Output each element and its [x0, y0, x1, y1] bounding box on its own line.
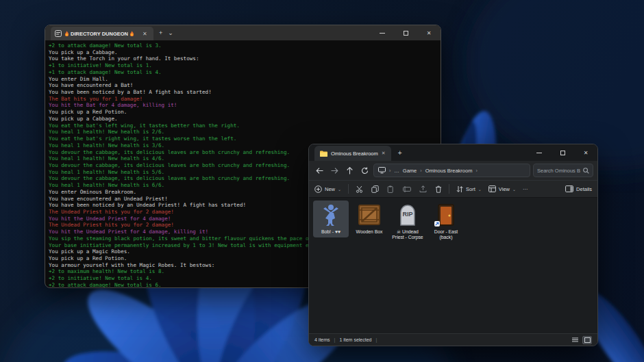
new-button[interactable]: New ⌄ — [314, 185, 341, 193]
search-input[interactable]: Search Ominous Breakroom — [533, 164, 593, 177]
explorer-close-button[interactable]: ✕ — [574, 144, 597, 161]
explorer-command-bar: New ⌄ — [309, 180, 597, 198]
view-button-label: View — [499, 186, 510, 192]
cut-icon[interactable] — [356, 185, 363, 193]
explorer-status-bar: 4 items | 1 item selected | — [309, 333, 597, 346]
terminal-close-button[interactable]: ✕ — [417, 25, 441, 40]
file-item-door-east[interactable]: Door - East (back) — [428, 201, 464, 243]
file-item-wooden-box[interactable]: Wooden Box — [351, 201, 387, 237]
status-divider: | — [375, 337, 377, 342]
this-pc-icon — [378, 167, 386, 174]
terminal-line: You heal 1 health! New health is 2/6. — [49, 129, 439, 135]
terminal-tab-close-button[interactable]: ✕ — [143, 31, 147, 37]
sort-button[interactable]: Sort ⌄ — [456, 185, 482, 193]
terminal-tab[interactable]: DIRECTORY DUNGEON ✕ — [51, 27, 153, 40]
terminal-line: The Bat hits you for 1 damage! — [49, 96, 439, 103]
terminal-tab-title: DIRECTORY DUNGEON — [64, 31, 134, 37]
delete-icon[interactable] — [435, 185, 442, 193]
tombstone-text: RIP — [402, 211, 412, 218]
terminal-minimize-button[interactable] — [371, 25, 394, 40]
sort-button-label: Sort — [466, 186, 475, 192]
breadcrumb-segment-game[interactable]: Game — [403, 168, 417, 174]
file-explorer-window: Ominous Breakroom ✕ + ✕ — [308, 144, 598, 346]
terminal-line: You pick up a Red Potion. — [49, 109, 439, 116]
folder-icon — [320, 151, 327, 157]
explorer-new-tab-button[interactable]: + — [398, 149, 402, 157]
file-label: Door - East (back) — [430, 229, 462, 240]
details-view-toggle[interactable] — [570, 336, 580, 344]
paste-icon[interactable] — [387, 185, 395, 193]
file-item-bob[interactable]: Bob! - ♥♥ — [313, 201, 349, 237]
sort-icon — [456, 185, 463, 193]
search-icon — [583, 168, 589, 174]
address-bar[interactable]: › … Game › Ominous Breakroom › — [373, 164, 530, 177]
flame-icon — [129, 31, 134, 37]
share-icon[interactable] — [419, 185, 427, 193]
back-button[interactable] — [313, 164, 325, 177]
terminal-line: You eat the bat's left wing, it tastes b… — [49, 122, 439, 129]
new-button-label: New — [325, 186, 335, 192]
terminal-line: +1 to attack damage! New total is 4. — [49, 69, 439, 76]
file-item-undead-priest-corpse[interactable]: RIP ☠ Undead Priest - Corpse — [390, 201, 425, 243]
chevron-down-icon: ⌄ — [338, 187, 341, 192]
desktop: DIRECTORY DUNGEON ✕ + ⌄ ✕ +2 to attack d… — [0, 0, 644, 362]
terminal-new-tab-button[interactable]: + — [159, 29, 162, 36]
explorer-minimize-button[interactable] — [528, 144, 551, 161]
person-icon — [321, 204, 341, 226]
terminal-titlebar[interactable]: DIRECTORY DUNGEON ✕ + ⌄ ✕ — [45, 25, 441, 40]
explorer-tab-close-button[interactable]: ✕ — [382, 151, 386, 156]
terminal-tab-dropdown-button[interactable]: ⌄ — [168, 29, 173, 36]
terminal-line: You pick up a Cabbage. — [49, 49, 439, 56]
door-icon — [438, 204, 454, 226]
file-label: Wooden Box — [356, 229, 383, 235]
file-label: ☠ Undead Priest - Corpse — [391, 229, 424, 240]
explorer-tab-title: Ominous Breakroom — [331, 151, 378, 157]
terminal-line: +1 to initiative! New total is 1. — [49, 62, 439, 69]
tombstone-icon: RIP — [398, 204, 417, 226]
details-pane-button[interactable]: Details — [565, 185, 592, 192]
explorer-file-list[interactable]: Bob! - ♥♥ Wooden Box — [309, 198, 597, 333]
breadcrumb-ellipsis[interactable]: … — [394, 168, 399, 174]
terminal-line: +2 to attack damage! New total is 3. — [49, 42, 439, 49]
breadcrumb-separator: › — [475, 168, 477, 173]
new-icon — [314, 185, 322, 193]
toolbar-divider — [449, 184, 449, 194]
explorer-tab[interactable]: Ominous Breakroom ✕ — [314, 146, 391, 161]
chevron-down-icon: ⌄ — [512, 187, 516, 192]
explorer-maximize-button[interactable] — [551, 144, 574, 161]
breadcrumb-separator: › — [389, 168, 391, 173]
view-icon — [488, 185, 496, 192]
selection-count: 1 item selected — [339, 337, 371, 342]
rename-icon[interactable] — [403, 185, 411, 193]
terminal-title-text: DIRECTORY DUNGEON — [71, 31, 128, 37]
terminal-maximize-button[interactable] — [394, 25, 417, 40]
terminal-tab-icon — [55, 30, 62, 37]
flame-icon — [64, 31, 69, 37]
refresh-button[interactable] — [358, 164, 371, 177]
crate-icon — [358, 205, 380, 225]
toolbar-divider — [348, 184, 349, 194]
thumbnail-view-toggle[interactable] — [582, 336, 592, 344]
chevron-down-icon: ⌄ — [478, 187, 482, 192]
terminal-line: You enter Dim Hall. — [49, 76, 439, 83]
status-divider: | — [334, 337, 336, 342]
view-button[interactable]: View ⌄ — [488, 185, 516, 192]
file-label: Bob! - ♥♥ — [321, 229, 340, 235]
terminal-line: You take the Torch in your off hand. It … — [49, 55, 439, 62]
terminal-line: You hit the Bat for 4 damage, killing it… — [49, 102, 439, 109]
breadcrumb-segment-current[interactable]: Ominous Breakroom — [425, 168, 473, 174]
up-button[interactable] — [343, 164, 356, 177]
item-count: 4 items — [314, 337, 330, 342]
details-pane-icon — [565, 185, 573, 192]
details-button-label: Details — [576, 186, 592, 192]
search-placeholder: Search Ominous Breakroom — [537, 168, 580, 174]
terminal-line: You eat the bat's right wing, it tastes … — [49, 135, 439, 142]
explorer-tabstrip[interactable]: Ominous Breakroom ✕ + ✕ — [309, 144, 597, 161]
terminal-line: You pick up a Cabbage. — [49, 116, 439, 122]
copy-icon[interactable] — [371, 185, 379, 193]
breadcrumb-separator: › — [420, 168, 421, 173]
terminal-line: You have been noticed by a Bat! A fight … — [49, 89, 439, 96]
see-more-button[interactable]: ··· — [523, 186, 528, 192]
forward-button[interactable] — [328, 164, 340, 177]
shortcut-arrow-badge — [434, 221, 440, 227]
